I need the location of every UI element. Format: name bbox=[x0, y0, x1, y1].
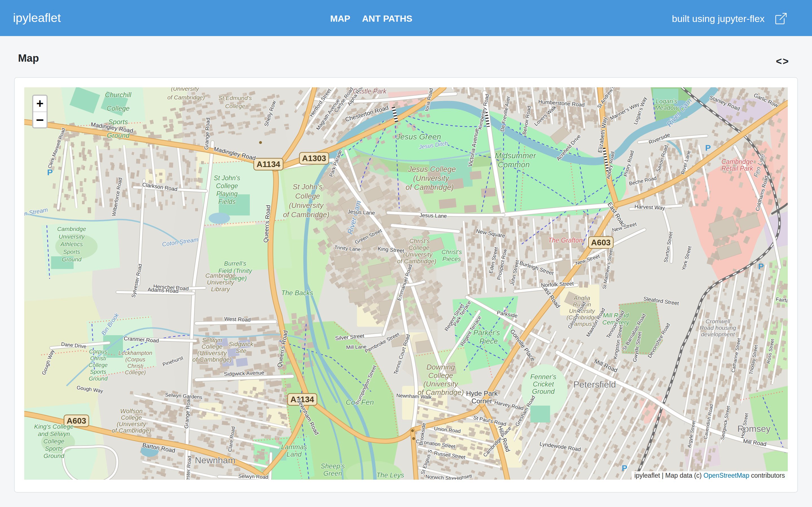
svg-text:Newnham: Newnham bbox=[195, 455, 236, 465]
svg-text:Jesus Lane: Jesus Lane bbox=[419, 212, 447, 219]
svg-text:Jesus College: Jesus College bbox=[408, 165, 456, 173]
svg-text:Fields: Fields bbox=[218, 198, 236, 205]
svg-text:Meadow: Meadow bbox=[655, 104, 679, 111]
svg-text:Site: Site bbox=[236, 347, 246, 354]
svg-text:Fenner's: Fenner's bbox=[530, 373, 557, 381]
svg-text:Ground: Ground bbox=[62, 256, 82, 263]
svg-text:(University: (University bbox=[117, 420, 147, 428]
svg-text:Christ's: Christ's bbox=[442, 248, 462, 256]
svg-text:College: College bbox=[216, 182, 238, 189]
svg-text:Sports: Sports bbox=[45, 445, 63, 452]
svg-text:P: P bbox=[47, 168, 53, 177]
svg-text:College: College bbox=[409, 244, 430, 251]
svg-text:of Cambridge): of Cambridge) bbox=[397, 258, 436, 265]
svg-text:The Leys: The Leys bbox=[376, 471, 404, 479]
svg-text:A1303: A1303 bbox=[302, 154, 326, 163]
svg-text:Petersfield: Petersfield bbox=[573, 379, 616, 390]
svg-text:Green: Green bbox=[323, 469, 342, 477]
svg-text:P: P bbox=[758, 262, 764, 271]
svg-text:Ground: Ground bbox=[532, 388, 555, 395]
svg-text:Retail Park: Retail Park bbox=[721, 165, 754, 172]
svg-text:of Cambridge): of Cambridge) bbox=[283, 210, 329, 219]
svg-text:Lammas: Lammas bbox=[281, 443, 307, 451]
svg-text:Leckhampton: Leckhampton bbox=[118, 350, 152, 356]
svg-text:P: P bbox=[622, 463, 627, 473]
svg-text:(Corpus: (Corpus bbox=[125, 356, 145, 362]
svg-text:Ground: Ground bbox=[89, 376, 108, 382]
svg-text:College: College bbox=[225, 103, 245, 109]
svg-text:College: College bbox=[428, 371, 453, 380]
svg-text:University: University bbox=[207, 279, 235, 286]
svg-text:College: College bbox=[107, 105, 130, 112]
svg-text:Midsummer: Midsummer bbox=[495, 151, 537, 160]
svg-text:(University: (University bbox=[423, 380, 459, 388]
svg-text:Burrell's: Burrell's bbox=[224, 260, 246, 267]
svg-text:Churchill: Churchill bbox=[105, 91, 132, 99]
svg-text:West Road: West Road bbox=[224, 316, 251, 323]
svg-text:Hyde Park: Hyde Park bbox=[466, 390, 498, 397]
svg-text:Sports: Sports bbox=[63, 248, 80, 255]
svg-text:(University: (University bbox=[289, 201, 324, 210]
svg-text:Cambridge: Cambridge bbox=[721, 158, 753, 165]
svg-text:Pieces: Pieces bbox=[442, 256, 461, 263]
svg-text:King's College: King's College bbox=[34, 423, 73, 430]
svg-text:Cricket: Cricket bbox=[533, 380, 554, 388]
svg-text:Common: Common bbox=[498, 160, 530, 169]
svg-text:Playing: Playing bbox=[216, 190, 238, 198]
svg-text:Jesus Green: Jesus Green bbox=[396, 132, 441, 141]
svg-text:Sidgwick: Sidgwick bbox=[229, 341, 254, 348]
svg-text:College: College bbox=[43, 438, 64, 445]
svg-text:of Cambridge): of Cambridge) bbox=[112, 427, 151, 434]
svg-text:of Cambridge): of Cambridge) bbox=[405, 183, 454, 191]
svg-text:and Selwyn: and Selwyn bbox=[38, 431, 70, 438]
svg-text:University: University bbox=[59, 233, 85, 240]
svg-text:Sports: Sports bbox=[90, 369, 106, 375]
svg-text:Ground: Ground bbox=[43, 452, 64, 459]
svg-text:Piece: Piece bbox=[479, 337, 498, 345]
svg-text:(University: (University bbox=[413, 174, 449, 182]
svg-text:Selwyn: Selwyn bbox=[202, 337, 222, 344]
svg-text:Parker's: Parker's bbox=[473, 328, 500, 337]
svg-text:Sheep's: Sheep's bbox=[320, 462, 345, 470]
svg-text:development: development bbox=[701, 331, 735, 337]
svg-text:College: College bbox=[295, 192, 320, 200]
svg-text:Cromwell: Cromwell bbox=[705, 318, 730, 325]
svg-text:Mill Lane: Mill Lane bbox=[346, 344, 366, 350]
svg-text:Library: Library bbox=[211, 286, 231, 293]
svg-text:Cambridge: Cambridge bbox=[205, 272, 236, 279]
svg-text:Logan's: Logan's bbox=[656, 98, 677, 105]
svg-text:St John's: St John's bbox=[214, 174, 240, 182]
svg-text:Christ's: Christ's bbox=[409, 237, 430, 244]
svg-text:A603: A603 bbox=[591, 238, 610, 247]
svg-text:St Edmund's: St Edmund's bbox=[218, 95, 252, 101]
svg-text:Wolfson: Wolfson bbox=[120, 407, 142, 414]
svg-text:College: College bbox=[202, 343, 223, 350]
svg-text:Land: Land bbox=[287, 450, 302, 458]
svg-text:of Cambridge): of Cambridge) bbox=[192, 356, 232, 363]
svg-text:College): College) bbox=[125, 369, 146, 376]
svg-text:Road housing: Road housing bbox=[700, 325, 736, 331]
svg-text:P: P bbox=[705, 143, 711, 152]
svg-text:College: College bbox=[121, 414, 142, 421]
svg-text:College: College bbox=[89, 362, 108, 368]
svg-text:Selwyn Road: Selwyn Road bbox=[238, 473, 268, 480]
svg-text:Corner: Corner bbox=[471, 397, 492, 405]
svg-text:(University: (University bbox=[403, 251, 433, 258]
svg-text:Downing: Downing bbox=[426, 363, 455, 371]
svg-text:The Grafton: The Grafton bbox=[548, 237, 583, 244]
svg-text:Corpus: Corpus bbox=[89, 348, 107, 355]
svg-text:Athletics: Athletics bbox=[60, 241, 83, 247]
svg-text:St John's: St John's bbox=[293, 182, 322, 191]
svg-text:The Backs: The Backs bbox=[281, 289, 313, 297]
svg-text:Christi: Christi bbox=[128, 363, 144, 369]
svg-text:Cambridge: Cambridge bbox=[57, 226, 86, 232]
svg-text:of Cambridge): of Cambridge) bbox=[167, 94, 205, 101]
svg-text:(University: (University bbox=[197, 349, 227, 356]
svg-text:Anglia: Anglia bbox=[573, 295, 590, 301]
svg-text:Christi: Christi bbox=[90, 355, 106, 361]
svg-text:(University: (University bbox=[171, 87, 199, 92]
svg-text:A1134: A1134 bbox=[257, 160, 280, 169]
